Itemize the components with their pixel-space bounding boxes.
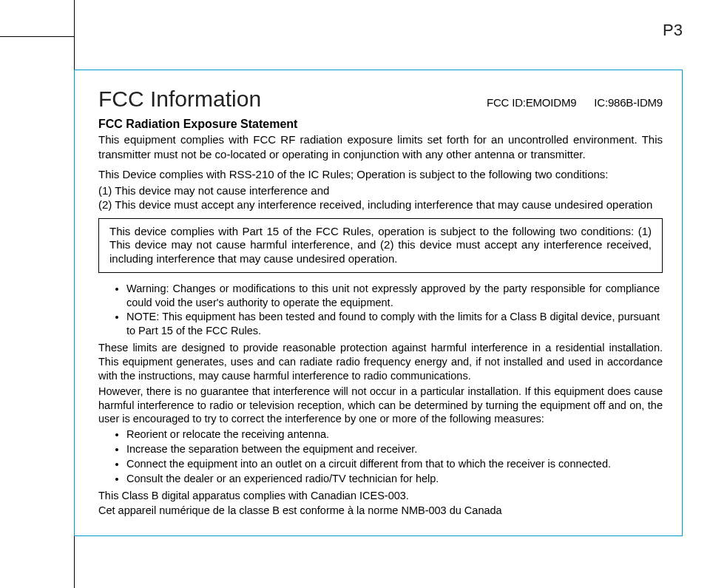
rss-intro: This Device complies with RSS-210 of the… bbox=[98, 167, 663, 182]
rss-condition-1: (1) This device may not cause interferen… bbox=[98, 183, 663, 198]
measures-bullet-list: Reorient or relocate the receiving anten… bbox=[98, 428, 663, 485]
page-title: FCC Information bbox=[98, 87, 261, 112]
measure-bullet: Consult the dealer or an experienced rad… bbox=[126, 472, 663, 486]
measure-bullet: Increase the separation between the equi… bbox=[126, 442, 663, 456]
exposure-paragraph: This equipment complies with FCC RF radi… bbox=[98, 132, 663, 161]
fcc-id: FCC ID:EMOIDM9 bbox=[487, 96, 576, 109]
rss-condition-2: (2) This device must accept any interfer… bbox=[98, 197, 663, 212]
measure-bullet: Reorient or relocate the receiving anten… bbox=[126, 428, 663, 442]
warning-bullet-list: Warning: Changes or modifications to thi… bbox=[98, 282, 663, 338]
limits-paragraph: These limits are designed to provide rea… bbox=[98, 341, 663, 383]
exposure-heading: FCC Radiation Exposure Statement bbox=[98, 118, 663, 131]
ices-en-paragraph: This Class B digital apparatus complies … bbox=[98, 489, 663, 503]
interference-paragraph: However, there is no guarantee that inte… bbox=[98, 385, 663, 427]
margin-horizontal-rule bbox=[0, 36, 74, 37]
device-ids: FCC ID:EMOIDM9IC:986B-IDM9 bbox=[469, 96, 663, 109]
ices-fr-paragraph: Cet appareil numérique de la classe B es… bbox=[98, 504, 663, 518]
rss-conditions-list: (1) This device may not cause interferen… bbox=[98, 183, 663, 212]
title-row: FCC Information FCC ID:EMOIDM9IC:986B-ID… bbox=[98, 87, 663, 112]
part15-framed-notice: This device complies with Part 15 of the… bbox=[98, 218, 663, 273]
warning-bullet: Warning: Changes or modifications to thi… bbox=[126, 282, 663, 310]
measure-bullet: Connect the equipment into an outlet on … bbox=[126, 457, 663, 471]
content-frame: FCC Information FCC ID:EMOIDM9IC:986B-ID… bbox=[74, 70, 683, 536]
ic-id: IC:986B-IDM9 bbox=[594, 96, 663, 109]
note-bullet: NOTE: This equipment has been tested and… bbox=[126, 310, 663, 338]
page-number: P3 bbox=[663, 21, 683, 40]
